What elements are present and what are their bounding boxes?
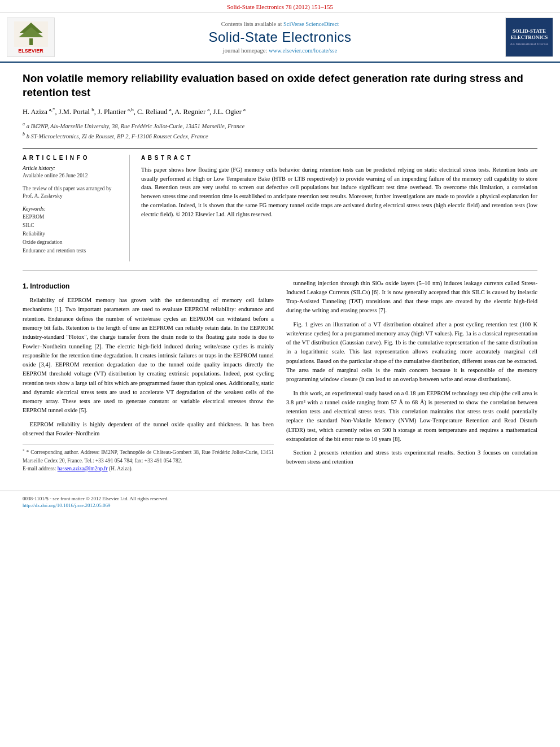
elsevier-tree-icon bbox=[14, 21, 48, 47]
keyword-3: Reliability bbox=[23, 230, 121, 238]
keyword-5: Endurance and retention tests bbox=[23, 247, 121, 255]
body-right-column: tunneling injection through thin SiO₂ ox… bbox=[286, 279, 537, 473]
elsevier-logo-area: ELSEVIER bbox=[7, 18, 58, 57]
abstract-section: A B S T R A C T This paper shows how flo… bbox=[141, 155, 537, 261]
elsevier-logo-box: ELSEVIER bbox=[7, 18, 55, 57]
sse-subtitle: An International Journal bbox=[510, 42, 548, 46]
journal-header: ELSEVIER Contents lists available at Sci… bbox=[0, 13, 560, 63]
sse-title: SOLID-STATEELECTRONICS bbox=[511, 28, 548, 41]
info-abstract-section: A R T I C L E I N F O Article history: A… bbox=[23, 148, 537, 261]
email-label: E-mail address: bbox=[23, 466, 58, 471]
keywords-list: EEPROM SILC Reliability Oxide degradatio… bbox=[23, 213, 121, 256]
sciverse-line: Contents lists available at SciVerse Sci… bbox=[63, 21, 497, 27]
review-text: The review of this paper was arranged by… bbox=[23, 185, 121, 200]
svg-rect-1 bbox=[29, 38, 33, 45]
section1-heading: 1. Introduction bbox=[23, 281, 274, 292]
keyword-2: SILC bbox=[23, 221, 121, 230]
section1-col1-p2: EEPROM reliability is highly dependent o… bbox=[23, 420, 274, 439]
authors-line: H. Aziza a,*, J.M. Portal b, J. Plantier… bbox=[23, 106, 537, 117]
article-info-heading: A R T I C L E I N F O bbox=[23, 155, 121, 161]
article-title: Non volatile memory reliability evaluati… bbox=[23, 72, 537, 99]
sciverse-link[interactable]: SciVerse ScienceDirect bbox=[283, 21, 339, 27]
review-section: The review of this paper was arranged by… bbox=[23, 185, 121, 200]
section1-col2-p4: Section 2 presents retention and stress … bbox=[286, 448, 537, 467]
email-suffix: (H. Aziza). bbox=[109, 466, 133, 471]
footnote-email: E-mail address: hassen.aziza@im2np.fr (H… bbox=[23, 465, 274, 473]
email-link[interactable]: hassen.aziza@im2np.fr bbox=[58, 466, 108, 471]
abstract-heading: A B S T R A C T bbox=[141, 155, 537, 161]
citation-bar: Solid-State Electronics 78 (2012) 151–15… bbox=[0, 0, 560, 13]
affiliation-a: a a IM2NP, Aix-Marseille University, 38,… bbox=[23, 121, 537, 130]
available-text: Available online 26 June 2012 bbox=[23, 172, 121, 180]
history-label: Article history: bbox=[23, 165, 121, 171]
footnote-area: * * Corresponding author. Address: IM2NP… bbox=[23, 444, 274, 473]
citation-text: Solid-State Electronics 78 (2012) 151–15… bbox=[227, 3, 333, 10]
abstract-text: This paper shows how floating gate (FG) … bbox=[141, 165, 537, 219]
homepage-line: journal homepage: www.elsevier.com/locat… bbox=[63, 47, 497, 54]
journal-center-info: Contents lists available at SciVerse Sci… bbox=[63, 21, 497, 54]
sse-logo-box: SOLID-STATEELECTRONICS An International … bbox=[505, 18, 553, 57]
article-history-section: Article history: Available online 26 Jun… bbox=[23, 165, 121, 180]
section1-col2-p1: tunneling injection through thin SiO₂ ox… bbox=[286, 279, 537, 316]
affiliations: a a IM2NP, Aix-Marseille University, 38,… bbox=[23, 121, 537, 141]
sciverse-prefix: Contents lists available at bbox=[221, 21, 283, 27]
page-footer: 0038-1101/$ - see front matter © 2012 El… bbox=[0, 491, 560, 513]
keyword-1: EEPROM bbox=[23, 213, 121, 221]
keywords-section: Keywords: EEPROM SILC Reliability Oxide … bbox=[23, 206, 121, 256]
section-divider bbox=[23, 270, 537, 271]
homepage-prefix: journal homepage: bbox=[223, 47, 269, 54]
footnote-corresponding-text: * Corresponding author. Address: IM2NP, … bbox=[23, 449, 274, 463]
footer-issn: 0038-1101/$ - see front matter © 2012 El… bbox=[23, 496, 537, 501]
main-content: Non volatile memory reliability evaluati… bbox=[0, 63, 560, 484]
journal-title: Solid-State Electronics bbox=[63, 29, 497, 45]
homepage-link[interactable]: www.elsevier.com/locate/sse bbox=[269, 47, 337, 54]
keyword-4: Oxide degradation bbox=[23, 238, 121, 247]
affiliation-b: b b ST-Microelectronics, ZI de Rousset, … bbox=[23, 131, 537, 141]
footnote-corresponding: * * Corresponding author. Address: IM2NP… bbox=[23, 448, 274, 465]
sse-logo-area: SOLID-STATEELECTRONICS An International … bbox=[502, 18, 553, 57]
body-left-column: 1. Introduction Reliability of EEPROM me… bbox=[23, 279, 274, 473]
footer-doi-link[interactable]: http://dx.doi.org/10.1016/j.sse.2012.05.… bbox=[23, 503, 111, 508]
body-columns: 1. Introduction Reliability of EEPROM me… bbox=[23, 279, 537, 473]
section1-col2-p3: In this work, an experimental study base… bbox=[286, 389, 537, 444]
section1-col1-p1: Reliability of EEPROM memory has grown w… bbox=[23, 296, 274, 415]
keywords-label: Keywords: bbox=[23, 206, 121, 212]
article-info-panel: A R T I C L E I N F O Article history: A… bbox=[23, 155, 130, 261]
elsevier-wordmark: ELSEVIER bbox=[18, 48, 43, 54]
section1-col2-p2: Fig. 1 gives an illustration of a VT dis… bbox=[286, 320, 537, 385]
footer-doi: http://dx.doi.org/10.1016/j.sse.2012.05.… bbox=[23, 503, 537, 508]
